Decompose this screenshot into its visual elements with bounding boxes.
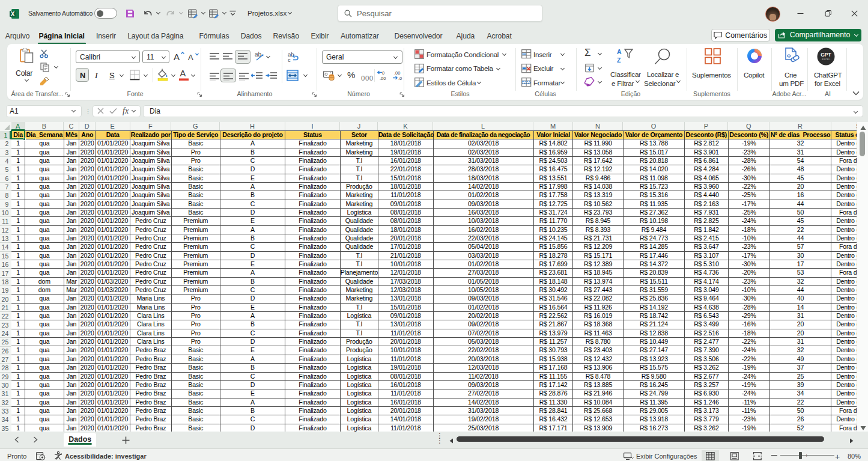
svg-text:- EXCEL -: - EXCEL - — [821, 58, 832, 61]
svg-text:X: X — [11, 11, 15, 17]
svg-text:GPT: GPT — [821, 52, 831, 58]
svg-text:A: A — [174, 52, 180, 62]
svg-text:A: A — [617, 48, 622, 55]
svg-text:.0: .0 — [398, 76, 402, 81]
svg-text:Z: Z — [617, 56, 621, 64]
svg-text:0: 0 — [382, 70, 384, 76]
svg-text:A: A — [180, 69, 186, 78]
svg-text:c: c — [288, 56, 291, 63]
svg-text:.00: .00 — [394, 70, 400, 76]
svg-text:A: A — [188, 53, 193, 62]
svg-text:.00: .00 — [380, 76, 386, 81]
